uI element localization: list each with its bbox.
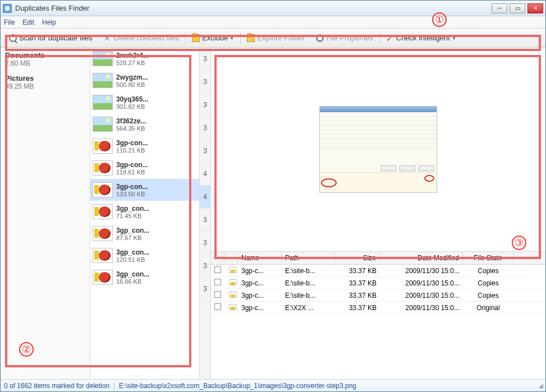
exclude-button[interactable]: Exclude ▾	[187, 31, 239, 45]
right-panel: Name Path Size Date Modified File State …	[211, 48, 545, 379]
cell-name: 3gp-c...	[238, 302, 282, 313]
file-size: 500.80 KB	[116, 81, 197, 88]
file-name: 3gp-con...	[116, 183, 197, 191]
statusbar: 0 of 1662 items marked for deletion E:\s…	[1, 379, 545, 391]
file-size: 71.45 KB	[116, 213, 197, 219]
file-thumbnail	[93, 51, 113, 66]
cell-name: 3gp-c...	[238, 265, 282, 276]
folder-icon	[192, 34, 200, 42]
menu-help[interactable]: Help	[42, 19, 56, 26]
dropdown-icon: ▾	[452, 35, 456, 41]
count-cell: 3	[200, 278, 210, 301]
file-size: 16.86 KB	[116, 278, 197, 285]
scan-label: Scan for duplicate files	[19, 34, 93, 42]
file-size: 301.82 KB	[116, 103, 197, 110]
col-name[interactable]: Name	[238, 252, 282, 264]
file-item[interactable]: 2nwk3r4... 528.27 KB	[90, 48, 199, 70]
file-type-icon	[229, 279, 237, 285]
titlebar: Duplicates Files Finder ─ ▭ ✕	[1, 1, 545, 16]
file-info: 3gp-con... 133.50 KB	[116, 183, 197, 197]
folder-name: Pictures	[5, 74, 85, 82]
count-cell: 4	[200, 163, 210, 186]
explore-folder-button[interactable]: Explore Folder	[242, 31, 310, 45]
file-type-icon	[229, 267, 237, 273]
count-cell: 3	[200, 94, 210, 117]
toolbar: Scan for duplicate files ✕ Delete checke…	[1, 29, 545, 48]
cell-size: 33.37 KB	[335, 290, 380, 301]
window-title: Duplicates Files Finder	[15, 4, 492, 12]
count-cell: 3	[200, 232, 210, 255]
cell-state: Copies	[463, 290, 513, 301]
file-name: 30yq365...	[116, 95, 197, 103]
cell-state: Original	[463, 302, 513, 313]
row-checkbox[interactable]	[214, 266, 221, 273]
table-row[interactable]: 3gp-c... E:\X2X ... 33.37 KB 2009/11/30 …	[211, 302, 545, 314]
file-item[interactable]: 3gp_con... 71.45 KB	[90, 201, 199, 223]
scan-button[interactable]: Scan for duplicate files	[4, 31, 98, 45]
files-panel[interactable]: 2nwk3r4... 528.27 KB 2wygzm... 500.80 KB…	[90, 48, 200, 379]
table-row[interactable]: 3gp-c... E:\site-b... 33.37 KB 2009/11/3…	[211, 265, 545, 277]
file-item[interactable]: 3gp_con... 87.67 KB	[90, 223, 199, 245]
check-icon: ✓	[386, 34, 394, 42]
file-item[interactable]: 3gp_con... 120.51 KB	[90, 245, 199, 266]
file-name: 3gp_con...	[116, 205, 197, 213]
file-size: 564.35 KB	[116, 125, 197, 132]
folder-item[interactable]: Pictures 39.25 MB	[1, 71, 90, 94]
folder-size: 2.60 MB	[5, 59, 85, 67]
delete-icon: ✕	[104, 34, 112, 42]
minimize-button[interactable]: ─	[492, 3, 507, 13]
cell-date: 2009/11/30 15:0...	[380, 278, 463, 289]
file-info: 3gp-con... 116.21 KB	[116, 139, 197, 154]
col-size[interactable]: Size	[335, 252, 380, 264]
count-column: 33333443333	[200, 48, 211, 379]
file-thumbnail	[93, 139, 113, 154]
file-info: 3gp_con... 87.67 KB	[116, 227, 197, 241]
folder-item[interactable]: Documents 2.60 MB	[1, 48, 90, 71]
file-name: 3gp_con...	[116, 270, 197, 278]
row-checkbox[interactable]	[214, 303, 221, 310]
file-properties-button[interactable]: File Properties	[311, 31, 378, 45]
maximize-button[interactable]: ▭	[510, 3, 525, 13]
col-date[interactable]: Date Modified	[380, 252, 463, 264]
cell-name: 3gp-c...	[238, 290, 282, 301]
file-item[interactable]: 3gp-con... 116.21 KB	[90, 135, 199, 157]
duplicates-table[interactable]: Name Path Size Date Modified File State …	[211, 252, 545, 379]
file-item[interactable]: 3gp_con... 16.86 KB	[90, 266, 199, 288]
check-intelligent-button[interactable]: ✓ Check Intelligent ▾	[381, 31, 461, 45]
menu-edit[interactable]: Edit	[22, 19, 34, 26]
file-info: 3gp_con... 71.45 KB	[116, 205, 197, 219]
file-item[interactable]: 3f362ze... 564.35 KB	[90, 113, 199, 135]
file-info: 3gp_con... 120.51 KB	[116, 248, 197, 263]
cell-size: 33.37 KB	[335, 278, 380, 289]
file-item[interactable]: 3gp-con... 118.61 KB	[90, 157, 199, 179]
row-checkbox[interactable]	[214, 291, 221, 298]
file-item[interactable]: 2wygzm... 500.80 KB	[90, 70, 199, 91]
count-cell: 3	[200, 255, 210, 278]
file-thumbnail	[93, 204, 113, 219]
file-name: 2wygzm...	[116, 73, 197, 81]
delete-checked-button[interactable]: ✕ Delete checked files	[99, 31, 184, 45]
col-state[interactable]: File State	[463, 252, 513, 264]
close-button[interactable]: ✕	[527, 3, 543, 13]
window-controls: ─ ▭ ✕	[492, 3, 543, 13]
table-row[interactable]: 3gp-c... E:\site-b... 33.37 KB 2009/11/3…	[211, 289, 545, 302]
file-item[interactable]: 30yq365... 301.82 KB	[90, 91, 199, 113]
preview-pane	[211, 48, 545, 252]
table-row[interactable]: 3gp-c... E:\site-b... 33.37 KB 2009/11/3…	[211, 277, 545, 289]
cell-date: 2009/11/30 15:0...	[380, 290, 463, 301]
explore-icon	[247, 34, 255, 42]
file-thumbnail	[93, 270, 113, 285]
file-info: 2wygzm... 500.80 KB	[116, 73, 197, 88]
file-info: 30yq365... 301.82 KB	[116, 95, 197, 110]
file-info: 3gp_con... 16.86 KB	[116, 270, 197, 285]
row-checkbox[interactable]	[214, 279, 221, 285]
delete-label: Delete checked files	[114, 34, 179, 42]
col-path[interactable]: Path	[282, 252, 335, 264]
menu-file[interactable]: File	[4, 19, 15, 26]
file-size: 116.21 KB	[116, 147, 197, 154]
count-cell: 4	[200, 186, 210, 209]
file-item[interactable]: 3gp-con... 133.50 KB	[90, 179, 199, 201]
resize-grip[interactable]: ◢	[539, 382, 542, 389]
check-label: Check Intelligent	[396, 34, 450, 42]
cell-path: E:\X2X ...	[282, 302, 335, 313]
